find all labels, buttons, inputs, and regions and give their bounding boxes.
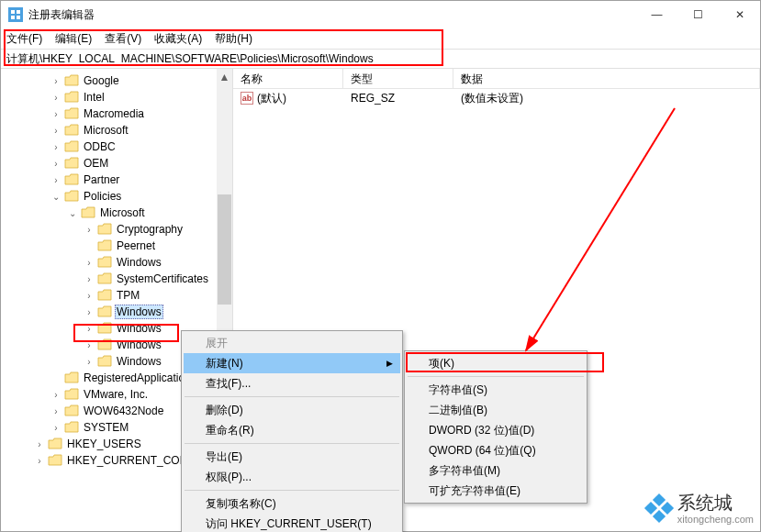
ctx-delete[interactable]: 删除(D) [184,400,400,420]
ctx-export[interactable]: 导出(E) [184,447,400,467]
expand-toggle-icon[interactable]: › [84,307,95,317]
expand-toggle-icon[interactable]: › [50,423,62,433]
folder-icon [64,91,79,104]
expand-toggle-icon[interactable]: › [50,390,62,400]
folder-icon [64,157,79,170]
address-path: 计算机\HKEY_LOCAL_MACHINE\SOFTWARE\Policies… [6,51,374,67]
expand-toggle-icon[interactable]: › [84,274,95,284]
expand-toggle-icon[interactable]: › [84,291,95,301]
expand-toggle-icon[interactable]: › [84,340,95,350]
tree-node[interactable]: ›Intel [6,89,232,105]
folder-icon [97,355,112,368]
ctx-copy-key-name[interactable]: 复制项名称(C) [184,493,400,514]
ctx-find[interactable]: 查找(F)... [184,373,400,393]
sub-new-multi[interactable]: 多字符串值(M) [407,460,585,481]
tree-node-label: Policies [82,190,123,203]
maximize-button[interactable]: ☐ [677,1,719,28]
menu-favorites[interactable]: 收藏夹(A) [154,31,202,47]
expand-toggle-icon[interactable]: › [50,93,62,103]
expand-toggle-icon[interactable]: ⌄ [50,192,62,202]
scroll-thumb[interactable] [218,194,231,305]
value-name: (默认) [257,91,286,106]
tree-node[interactable]: ›Google [6,72,232,89]
expand-toggle-icon[interactable]: › [84,225,95,235]
separator [185,490,399,491]
expand-toggle-icon[interactable]: ⌄ [67,208,78,218]
tree-node-label: WOW6432Node [82,405,165,417]
ctx-new[interactable]: 新建(N)▶ [184,353,400,373]
expand-toggle-icon[interactable]: › [50,126,62,136]
expand-toggle-icon[interactable]: › [50,142,62,152]
watermark-name: 系统城 [677,493,733,513]
sub-new-binary[interactable]: 二进制值(B) [407,400,585,420]
menu-edit[interactable]: 编辑(E) [55,31,92,47]
tree-node[interactable]: ›Windows [6,304,232,320]
expand-toggle-icon[interactable]: › [50,76,62,86]
tree-node[interactable]: ›Cryptography [6,221,232,238]
expand-toggle-icon[interactable]: › [50,406,62,416]
tree-node-label: SYSTEM [82,421,130,434]
expand-toggle-icon[interactable]: › [50,175,62,185]
tree-node-label: Windows [115,322,163,335]
folder-icon [81,206,95,219]
expand-toggle-icon[interactable]: › [84,357,95,367]
col-type[interactable]: 类型 [343,69,453,88]
tree-node-label: Peernet [115,239,157,252]
close-button[interactable]: ✕ [719,1,760,28]
menu-view[interactable]: 查看(V) [105,31,141,47]
tree-node-label: Google [82,74,121,87]
tree-node[interactable]: ›Partner [6,172,232,188]
address-bar[interactable]: 计算机\HKEY_LOCAL_MACHINE\SOFTWARE\Policies… [1,49,760,69]
tree-node-label: VMware, Inc. [82,388,150,401]
expand-toggle-icon[interactable]: › [50,159,62,169]
expand-toggle-icon[interactable]: › [34,456,45,466]
tree-node-label: Microsoft [98,206,147,219]
tree-node[interactable]: ⌄Microsoft [6,205,232,221]
value-data: (数值未设置) [453,91,760,106]
sub-new-string[interactable]: 字符串值(S) [407,380,585,400]
svg-rect-0 [11,10,15,14]
expand-toggle-icon[interactable]: › [84,258,95,268]
folder-icon [64,421,79,434]
ctx-goto-hkcu[interactable]: 访问 HKEY_CURRENT_USER(T) [184,514,400,532]
context-menu[interactable]: 展开 新建(N)▶ 查找(F)... 删除(D) 重命名(R) 导出(E) 权限… [181,330,403,532]
minimize-button[interactable]: — [636,1,677,28]
tree-node-label: TPM [115,289,141,302]
menu-help[interactable]: 帮助(H) [215,31,252,47]
tree-node[interactable]: ›Microsoft [6,122,232,139]
tree-node[interactable]: ⌄Policies [6,188,232,205]
tree-node-label: Windows [115,338,163,351]
tree-node-label: Windows [115,355,163,368]
tree-node[interactable]: ›SystemCertificates [6,271,232,287]
expand-toggle-icon[interactable]: › [84,324,95,334]
titlebar[interactable]: 注册表编辑器 — ☐ ✕ [1,1,760,28]
sub-new-qword[interactable]: QWORD (64 位)值(Q) [407,440,585,460]
ctx-rename[interactable]: 重命名(R) [184,420,400,440]
col-name[interactable]: 名称 [233,69,343,88]
menu-file[interactable]: 文件(F) [6,31,42,47]
tree-node[interactable]: ›Windows [6,254,232,271]
expand-toggle-icon[interactable]: › [50,109,62,119]
tree-node-label: SystemCertificates [115,272,210,285]
tree-node-label: Partner [82,173,121,186]
folder-icon [64,371,79,384]
tree-node[interactable]: ›ODBC [6,139,232,155]
sub-new-expand[interactable]: 可扩充字符串值(E) [407,481,585,501]
folder-icon [64,107,79,120]
sub-new-dword[interactable]: DWORD (32 位)值(D) [407,420,585,440]
context-submenu-new[interactable]: 项(K) 字符串值(S) 二进制值(B) DWORD (32 位)值(D) QW… [404,350,588,504]
scroll-up-icon[interactable]: ▲ [217,69,232,84]
tree-node-label: Intel [82,91,106,104]
col-data[interactable]: 数据 [453,69,760,88]
sub-new-key[interactable]: 项(K) [407,353,585,373]
tree-node-label: HKEY_USERS [65,438,143,450]
tree-node-label: Macromedia [82,107,146,120]
tree-node[interactable]: ›OEM [6,155,232,172]
ctx-expand[interactable]: 展开 [184,333,400,353]
ctx-permissions[interactable]: 权限(P)... [184,467,400,487]
tree-node[interactable]: Peernet [6,238,232,254]
tree-node[interactable]: ›Macromedia [6,105,232,122]
list-row[interactable]: ab (默认) REG_SZ (数值未设置) [233,89,760,107]
expand-toggle-icon[interactable]: › [34,439,45,449]
tree-node[interactable]: ›TPM [6,287,232,304]
